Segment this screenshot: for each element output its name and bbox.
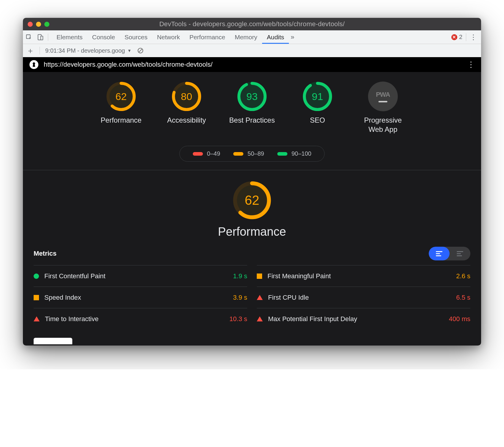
error-count: 2 (459, 34, 462, 40)
gauge-seo[interactable]: 91 SEO (291, 82, 344, 134)
tab-sources[interactable]: Sources (120, 30, 152, 44)
metric-row[interactable]: Max Potential First Input Delay400 ms (257, 308, 470, 329)
legend-average: 50–89 (233, 150, 264, 157)
audits-toolbar: ＋ 9:01:34 PM - developers.goog ▼ (23, 44, 481, 57)
toggle-expanded-icon[interactable] (450, 247, 470, 260)
svg-rect-2 (41, 36, 43, 40)
minimize-window-button[interactable] (36, 22, 41, 27)
inspect-element-icon[interactable] (25, 34, 32, 41)
performance-section-header: 62 Performance (23, 170, 481, 244)
audited-url: https://developers.google.com/web/tools/… (44, 61, 212, 68)
window-title: DevTools - developers.google.com/web/too… (28, 20, 476, 28)
legend-pass: 90–100 (277, 150, 312, 157)
metric-name: Max Potential First Input Delay (268, 315, 357, 323)
separator (466, 33, 466, 41)
category-gauges: 62 Performance 80 Accessibility 93 Best … (23, 72, 481, 140)
tab-performance[interactable]: Performance (185, 30, 230, 44)
metric-name: Speed Index (44, 294, 81, 301)
pwa-badge-icon: PWA (368, 82, 398, 111)
metric-row[interactable]: First Contentful Paint1.9 s (34, 265, 247, 287)
tab-console[interactable]: Console (87, 30, 120, 44)
devtools-window: DevTools - developers.google.com/web/too… (23, 18, 481, 346)
metric-row[interactable]: First Meaningful Paint2.6 s (257, 265, 470, 287)
legend-fail: 0–49 (193, 150, 220, 157)
separator (40, 47, 40, 54)
metric-value: 1.9 s (233, 272, 247, 280)
metrics-heading: Metrics (34, 250, 57, 257)
tab-elements[interactable]: Elements (52, 30, 87, 44)
device-toolbar-icon[interactable] (37, 34, 44, 41)
lighthouse-report: https://developers.google.com/web/tools/… (23, 57, 481, 346)
metric-name: First Meaningful Paint (267, 272, 331, 280)
metric-value: 3.9 s (233, 294, 247, 301)
metric-value: 2.6 s (456, 272, 470, 280)
close-window-button[interactable] (28, 22, 33, 27)
performance-big-gauge: 62 (233, 181, 271, 220)
status-green-icon (34, 273, 39, 279)
new-audit-button[interactable]: ＋ (26, 46, 34, 56)
toggle-compact-icon[interactable] (429, 247, 450, 260)
clear-audit-icon[interactable] (137, 47, 144, 54)
error-icon: ✕ (451, 34, 457, 40)
metric-row[interactable]: Time to Interactive10.3 s (34, 308, 247, 329)
status-orange-icon (34, 295, 39, 300)
traffic-lights (28, 22, 49, 27)
gauge-ring: 91 (303, 82, 332, 111)
titlebar: DevTools - developers.google.com/web/too… (23, 18, 481, 30)
metrics-section: Metrics First Contentful Paint1.9 sFirst… (23, 244, 481, 338)
lighthouse-icon (29, 60, 38, 69)
metric-row[interactable]: First CPU Idle6.5 s (257, 287, 470, 308)
metric-name: First CPU Idle (268, 294, 309, 301)
gauge-performance[interactable]: 62 Performance (94, 82, 148, 134)
bottom-peek (23, 338, 481, 346)
zoom-window-button[interactable] (44, 22, 49, 27)
audit-history-label: 9:01:34 PM - developers.goog (45, 47, 125, 54)
status-red-icon (257, 295, 263, 300)
gauge-ring: 62 (106, 82, 136, 111)
status-orange-icon (257, 273, 262, 279)
tab-network[interactable]: Network (152, 30, 185, 44)
view-trace-button[interactable] (34, 338, 72, 344)
metric-name: Time to Interactive (45, 315, 98, 323)
gauge-ring: 80 (172, 82, 201, 111)
metrics-view-toggle[interactable] (429, 247, 470, 260)
metric-value: 400 ms (449, 315, 470, 323)
devtools-menu-icon[interactable]: ⋮ (470, 34, 477, 41)
metric-value: 10.3 s (229, 315, 247, 323)
report-menu-icon[interactable]: ⋮ (467, 61, 475, 68)
performance-section-title: Performance (218, 225, 286, 238)
gauge-accessibility[interactable]: 80 Accessibility (160, 82, 213, 134)
gauge-pwa[interactable]: PWA Progressive Web App (356, 82, 410, 134)
gauge-best-practices[interactable]: 93 Best Practices (225, 82, 279, 134)
metric-name: First Contentful Paint (44, 272, 105, 280)
tab-audits[interactable]: Audits (262, 30, 289, 44)
svg-line-4 (139, 49, 142, 52)
metric-row[interactable]: Speed Index3.9 s (34, 287, 247, 308)
chevron-down-icon: ▼ (127, 48, 132, 53)
gauge-ring: 93 (237, 82, 267, 111)
audit-history-select[interactable]: 9:01:34 PM - developers.goog ▼ (45, 47, 132, 54)
error-count-badge[interactable]: ✕ 2 (451, 34, 462, 40)
metric-value: 6.5 s (456, 294, 470, 301)
score-legend: 0–49 50–89 90–100 (23, 146, 481, 162)
devtools-tabstrip: Elements Console Sources Network Perform… (23, 30, 481, 44)
status-red-icon (34, 316, 40, 321)
status-red-icon (257, 316, 263, 321)
tab-memory[interactable]: Memory (230, 30, 262, 44)
more-tabs-icon[interactable]: » (289, 34, 296, 41)
report-urlbar: https://developers.google.com/web/tools/… (23, 57, 481, 72)
